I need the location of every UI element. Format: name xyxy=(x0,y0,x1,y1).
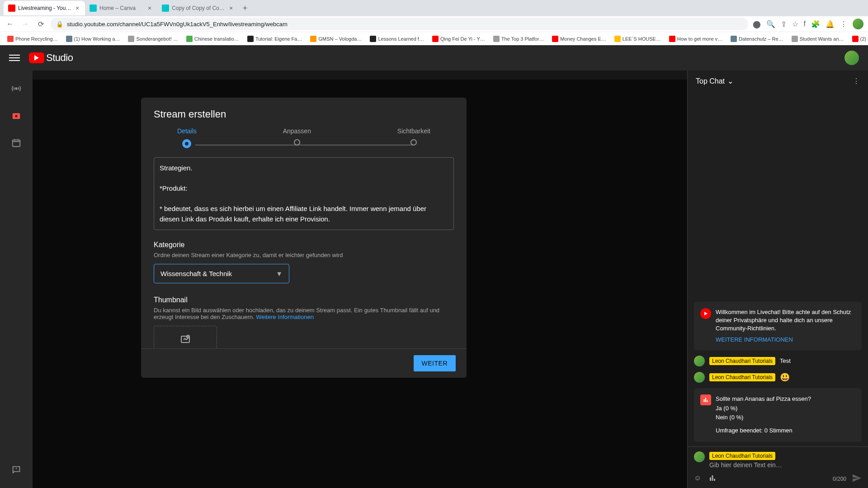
chat-emoji: 😃 xyxy=(780,372,790,382)
step-customize[interactable]: Anpassen xyxy=(283,127,311,148)
svg-rect-10 xyxy=(712,475,713,481)
bookmark-item[interactable]: The Top 3 Platfor… xyxy=(491,36,547,42)
chat-messages[interactable]: Willkommen im Livechat! Bitte achte auf … xyxy=(688,92,868,446)
category-title: Kategorie xyxy=(154,241,454,249)
stream-icon[interactable] xyxy=(7,80,25,98)
svg-rect-3 xyxy=(13,140,20,147)
image-add-icon xyxy=(180,334,191,345)
reload-button[interactable]: ⟳ xyxy=(35,19,46,29)
facebook-icon[interactable]: f xyxy=(804,20,806,28)
svg-point-0 xyxy=(15,88,17,89)
menu-icon[interactable]: ⋮ xyxy=(840,20,847,28)
bookmark-item[interactable]: Student Wants an… xyxy=(789,36,847,42)
step-label: Details xyxy=(177,127,197,135)
chat-text: Test xyxy=(780,357,791,364)
studio-text: Studio xyxy=(46,52,73,64)
bookmark-item[interactable]: Chinese translatio… xyxy=(184,36,242,42)
chat-author-badge[interactable]: Leon Chaudhari Tutorials xyxy=(709,357,775,365)
bookmark-item[interactable]: Tutorial: Eigene Fa… xyxy=(245,36,305,42)
bookmarks-bar: Phone Recycling… (1) How Working a… Sond… xyxy=(0,32,868,45)
chat-message: Leon Chaudhari Tutorials Test xyxy=(694,356,862,366)
desc-line: Strategien. xyxy=(160,163,448,174)
poll-icon xyxy=(700,394,711,405)
youtube-play-icon xyxy=(29,52,44,63)
poll-create-icon[interactable] xyxy=(708,474,717,484)
welcome-text: Willkommen im Livechat! Bitte achte auf … xyxy=(716,308,855,333)
star-icon[interactable]: ☆ xyxy=(792,20,798,28)
poll-option: Ja (0 %) xyxy=(716,404,855,413)
profile-avatar[interactable] xyxy=(853,19,863,29)
bookmark-item[interactable]: (2) How To Add A… xyxy=(849,36,868,42)
bookmark-item[interactable]: Sonderangebot! … xyxy=(125,36,180,42)
chat-avatar[interactable] xyxy=(694,372,705,383)
poll-option: Nein (0 %) xyxy=(716,413,855,422)
chevron-down-icon: ▼ xyxy=(276,270,283,277)
user-avatar[interactable] xyxy=(844,51,859,65)
browser-tab-active[interactable]: Livestreaming - YouTube S × xyxy=(4,1,85,15)
url-text: studio.youtube.com/channel/UC1a5FWVn0gUk… xyxy=(67,21,288,28)
chat-message: Leon Chaudhari Tutorials 😃 xyxy=(694,372,862,383)
step-visibility[interactable]: Sichtbarkeit xyxy=(397,127,430,148)
chat-input-field[interactable]: Gib hier deinen Text ein… xyxy=(709,461,862,469)
svg-rect-7 xyxy=(705,398,706,402)
extensions-icon[interactable]: 🧩 xyxy=(811,20,820,28)
bookmark-item[interactable]: GMSN – Vologda… xyxy=(307,36,364,42)
lock-icon: 🔒 xyxy=(56,21,63,28)
bookmark-item[interactable]: Datenschutz – Re… xyxy=(728,36,786,42)
feedback-icon[interactable] xyxy=(7,461,25,479)
category-dropdown[interactable]: Wissenschaft & Technik ▼ xyxy=(154,264,289,283)
chat-mode-selector[interactable]: Top Chat ⌄ xyxy=(696,77,733,85)
browser-tab[interactable]: Copy of Copy of Copy of Cop × xyxy=(157,1,239,15)
more-info-link[interactable]: Weitere Informationen xyxy=(256,314,314,320)
category-desc: Ordne deinen Stream einer Kategorie zu, … xyxy=(154,252,454,258)
studio-header: Studio xyxy=(0,45,868,70)
svg-rect-6 xyxy=(703,399,704,402)
bookmark-item[interactable]: LEE´S HOUSE… xyxy=(612,36,664,42)
tab-close-icon[interactable]: × xyxy=(146,5,153,11)
recording-icon[interactable]: ⬤ xyxy=(753,20,761,28)
next-button[interactable]: WEITER xyxy=(414,355,456,371)
chat-menu-icon[interactable]: ⋮ xyxy=(853,77,860,85)
chat-welcome-card: Willkommen im Livechat! Bitte achte auf … xyxy=(694,302,862,350)
bookmark-item[interactable]: Lessons Learned f… xyxy=(367,36,427,42)
zoom-icon[interactable]: 🔍 xyxy=(766,20,775,28)
notifications-icon[interactable]: 🔔 xyxy=(826,20,835,28)
welcome-link[interactable]: WEITERE INFORMATIONEN xyxy=(716,336,855,344)
send-icon[interactable] xyxy=(852,473,862,484)
step-label: Sichtbarkeit xyxy=(397,127,430,135)
bookmark-item[interactable]: How to get more v… xyxy=(666,36,725,42)
calendar-icon[interactable] xyxy=(7,134,25,152)
svg-rect-9 xyxy=(710,477,711,481)
thumbnail-upload-button[interactable]: Thumbnail hochladen xyxy=(154,326,217,348)
chat-header-label: Top Chat xyxy=(696,77,725,85)
youtube-badge-icon xyxy=(700,308,711,319)
svg-rect-8 xyxy=(707,400,708,402)
bookmark-item[interactable]: Qing Fei De Yi - Y… xyxy=(429,36,488,42)
tab-close-icon[interactable]: × xyxy=(74,5,80,11)
address-bar: ← → ⟳ 🔒 studio.youtube.com/channel/UC1a5… xyxy=(0,16,868,32)
bookmark-item[interactable]: (1) How Working a… xyxy=(63,36,123,42)
url-field[interactable]: 🔒 studio.youtube.com/channel/UC1a5FWVn0g… xyxy=(51,18,748,30)
browser-chrome: Livestreaming - YouTube S × Home – Canva… xyxy=(0,0,868,32)
thumbnail-title: Thumbnail xyxy=(154,296,454,304)
emoji-picker-icon[interactable]: ☺ xyxy=(694,474,701,484)
forward-button[interactable]: → xyxy=(20,19,31,29)
new-tab-button[interactable]: + xyxy=(239,2,251,14)
bookmark-item[interactable]: Money Changes E… xyxy=(549,36,609,42)
chat-avatar[interactable] xyxy=(694,356,705,366)
back-button[interactable]: ← xyxy=(5,19,15,29)
youtube-studio-logo[interactable]: Studio xyxy=(29,52,73,64)
bookmark-item[interactable]: Phone Recycling… xyxy=(5,36,61,42)
webcam-icon[interactable] xyxy=(7,107,25,125)
step-details[interactable]: Details xyxy=(177,127,197,148)
favicon-youtube xyxy=(8,5,15,12)
left-rail xyxy=(0,70,33,488)
tab-close-icon[interactable]: × xyxy=(228,5,234,11)
hamburger-menu[interactable] xyxy=(9,52,20,63)
favicon-canva xyxy=(90,5,97,12)
description-textarea[interactable]: Strategien. *Produkt: * bedeutet, dass e… xyxy=(154,157,454,230)
chat-author-badge[interactable]: Leon Chaudhari Tutorials xyxy=(709,373,775,381)
browser-tab[interactable]: Home – Canva × xyxy=(85,1,157,15)
modal-body[interactable]: Strategien. *Produkt: * bedeutet, dass e… xyxy=(141,157,467,348)
share-icon[interactable]: ⇪ xyxy=(781,20,787,28)
